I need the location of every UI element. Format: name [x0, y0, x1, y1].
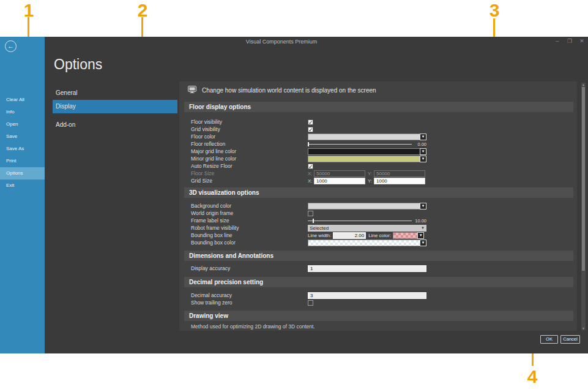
frame-label-size-slider[interactable]: 10.00 — [308, 217, 426, 224]
callout-3: 3 — [484, 0, 505, 21]
major-grid-line-color-dropdown[interactable]: ▼ — [308, 148, 426, 155]
maximize-button[interactable]: ❐ — [566, 38, 573, 44]
slider-track — [308, 221, 412, 221]
callout-4: 4 — [522, 366, 543, 387]
line-width-input[interactable]: 2.00 — [333, 232, 366, 239]
minor-grid-color-swatch — [308, 156, 420, 162]
sidebar-item-open[interactable]: Open — [0, 118, 45, 130]
row-major-grid-line-color: Major grid line color ▼ — [191, 148, 570, 155]
sidebar-item-save[interactable]: Save — [0, 130, 45, 143]
scrollbar-thumb[interactable] — [582, 87, 585, 271]
tab-general[interactable]: General — [53, 86, 177, 100]
close-button[interactable]: ✕ — [578, 38, 586, 44]
drawing-view-note: Method used for optimizing 2D drawing of… — [191, 323, 315, 330]
slider-track — [308, 144, 412, 145]
scroll-up-icon[interactable]: ▲ — [581, 83, 586, 86]
scroll-down-icon[interactable]: ▼ — [581, 327, 586, 330]
sidebar-item-print[interactable]: Print — [0, 155, 45, 167]
floor-color-label: Floor color — [191, 134, 308, 140]
chevron-down-icon: ▼ — [420, 134, 426, 140]
section-decimal-precision: Decimal precision setting — [184, 277, 573, 287]
major-grid-color-swatch — [308, 148, 420, 155]
floor-visibility-checkbox[interactable]: ✓ — [308, 119, 313, 125]
minor-grid-line-color-dropdown[interactable]: ▼ — [308, 156, 426, 162]
floor-visibility-label: Floor visibility — [191, 119, 308, 125]
row-grid-size: Grid Size X: 1000 Y: 1000 — [191, 177, 570, 184]
display-settings-panel: Change how simulation world content is d… — [179, 81, 577, 331]
display-accuracy-input[interactable]: 1 — [308, 265, 426, 272]
floor-color-dropdown[interactable]: ▼ — [308, 134, 426, 140]
sidebar-item-options[interactable]: Options — [0, 167, 45, 179]
chevron-down-icon: ▼ — [417, 232, 424, 239]
page: 1 2 3 4 Visual Components Premium – ❐ ✕ … — [0, 0, 588, 389]
sidebar-menu: Clear All Info Open Save Save As Print O… — [0, 54, 45, 192]
display-accuracy-label: Display accuracy — [191, 265, 308, 271]
world-origin-frame-checkbox[interactable] — [308, 211, 313, 216]
grid-visibility-checkbox[interactable]: ✓ — [308, 127, 313, 132]
chevron-down-icon: ▼ — [420, 203, 426, 210]
slider-handle[interactable] — [308, 142, 309, 146]
back-arrow-icon[interactable]: ← — [5, 40, 17, 52]
chevron-down-icon: ▼ — [420, 156, 426, 162]
sidebar-item-info[interactable]: Info — [0, 106, 45, 118]
floor-size-label: Floor Size — [191, 170, 308, 176]
row-bounding-box-line: Bounding box line Line width: 2.00 Line … — [191, 232, 570, 239]
chevron-down-icon: ▼ — [421, 225, 425, 232]
decimal-accuracy-label: Decimal accuracy — [191, 292, 308, 298]
floor-reflection-slider[interactable]: 0.00 — [308, 140, 426, 148]
frame-label-size-value: 10.00 — [415, 218, 426, 224]
minor-grid-line-color-label: Minor grid line color — [191, 156, 308, 162]
ok-button[interactable]: OK — [540, 335, 558, 344]
minimize-button[interactable]: – — [554, 38, 561, 44]
settings-header-text: Change how simulation world content is d… — [202, 87, 376, 94]
world-origin-frame-label: World origin frame — [191, 210, 308, 216]
sidebar-item-clear-all[interactable]: Clear All — [0, 94, 45, 106]
sidebar-item-exit[interactable]: Exit — [0, 179, 45, 192]
background-color-label: Background color — [191, 203, 308, 209]
show-trailing-zero-label: Show trailing zero — [191, 300, 308, 306]
row-display-accuracy: Display accuracy 1 — [191, 265, 570, 272]
grid-size-x-input[interactable]: 1000 — [314, 178, 365, 184]
grid-visibility-label: Grid visibility — [191, 126, 308, 132]
section-floor-display-options: Floor display options — [184, 102, 573, 112]
backstage-sidebar: ← Clear All Info Open Save Save As Print… — [0, 37, 45, 353]
background-color-dropdown[interactable]: ▼ — [308, 203, 426, 210]
line-color-swatch[interactable] — [393, 232, 417, 239]
tab-display[interactable]: Display — [53, 100, 177, 113]
bounding-box-color-dropdown[interactable]: ▼ — [308, 240, 426, 246]
settings-scrollbar[interactable]: ▲ ▼ — [581, 83, 586, 330]
row-world-origin-frame: World origin frame — [191, 210, 570, 217]
floor-reflection-value: 0.00 — [417, 142, 426, 147]
monitor-icon — [188, 85, 196, 96]
major-grid-line-color-label: Major grid line color — [191, 148, 308, 154]
floor-size-x-input: 50000 — [314, 170, 365, 177]
tab-add-on[interactable]: Add-on — [53, 118, 177, 132]
frame-label-size-label: Frame label size — [191, 217, 308, 224]
row-background-color: Background color ▼ — [191, 202, 570, 210]
row-bounding-box-color: Bounding box color ▼ — [191, 239, 570, 246]
show-trailing-zero-checkbox[interactable] — [308, 300, 313, 306]
row-robot-frame-visibility: Robot frame visibility Selected ▼ — [191, 224, 570, 232]
robot-frame-visibility-select[interactable]: Selected ▼ — [308, 225, 426, 232]
cancel-button[interactable]: Cancel — [560, 335, 580, 344]
auto-resize-floor-checkbox[interactable]: ✓ — [308, 164, 313, 169]
slider-handle[interactable] — [313, 219, 314, 223]
app-window: Visual Components Premium – ❐ ✕ ← Clear … — [0, 37, 588, 353]
floor-color-swatch — [308, 134, 420, 140]
row-floor-size: Floor Size X: 50000 Y: 50000 — [191, 170, 570, 177]
section-drawing-view: Drawing view — [184, 311, 573, 321]
decimal-accuracy-input[interactable]: 3 — [308, 292, 426, 299]
grid-size-y-input[interactable]: 1000 — [374, 178, 425, 184]
row-decimal-accuracy: Decimal accuracy 3 — [191, 292, 570, 299]
sidebar-item-save-as[interactable]: Save As — [0, 143, 45, 155]
row-frame-label-size: Frame label size 10.00 — [191, 217, 570, 224]
bounding-box-color-label: Bounding box color — [191, 240, 308, 246]
page-title: Options — [54, 56, 102, 73]
line-width-label: Line width: — [308, 233, 331, 238]
row-floor-color: Floor color ▼ — [191, 133, 570, 140]
bounding-box-line-label: Bounding box line — [191, 232, 308, 238]
section-3d-visualization-options: 3D visualization options — [184, 187, 573, 198]
row-grid-visibility: Grid visibility ✓ — [191, 126, 570, 133]
row-minor-grid-line-color: Minor grid line color ▼ — [191, 155, 570, 162]
line-color-label: Line color: — [368, 233, 391, 238]
